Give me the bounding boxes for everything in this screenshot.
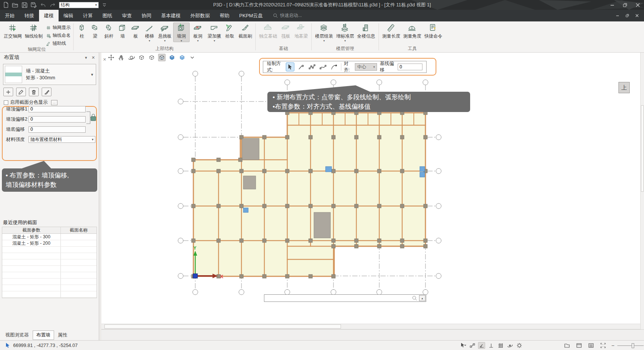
tab-pkpm-cloud[interactable]: PKPM云盘 xyxy=(234,10,268,21)
table-row-empty[interactable] xyxy=(2,253,97,259)
wall-bottom-offset-input[interactable] xyxy=(29,126,86,133)
brace-button[interactable]: 斜杆 xyxy=(102,23,116,39)
section-brush-button[interactable]: 截面刷 xyxy=(237,23,253,39)
align-select[interactable]: 中心 xyxy=(355,63,377,71)
beam-button[interactable]: 梁 xyxy=(89,23,102,39)
table-row-empty[interactable] xyxy=(2,279,97,285)
save-as-icon[interactable] xyxy=(31,2,37,8)
cantilever-slab-button[interactable]: 悬挑板 xyxy=(157,23,173,42)
axis-draw-button[interactable]: 轴线绘制 xyxy=(23,23,44,39)
command-input[interactable] xyxy=(264,295,412,301)
quick-launch[interactable]: 快速启动... xyxy=(273,12,302,19)
line-draw-mode-button[interactable] xyxy=(297,62,305,71)
orbit-icon[interactable] xyxy=(128,54,135,61)
slab-opening-button[interactable]: 板洞 xyxy=(190,23,206,42)
window-layout-icon[interactable] xyxy=(575,342,582,349)
new-layout-icon[interactable] xyxy=(563,342,570,349)
snap-angle-icon[interactable] xyxy=(478,342,485,349)
brush-section-button[interactable] xyxy=(42,88,51,96)
undo-icon[interactable] xyxy=(40,3,46,8)
building-info-button[interactable]: 全楼信息 xyxy=(356,23,377,39)
zoom-out-icon[interactable]: − xyxy=(611,342,614,348)
arc-draw-mode-button[interactable] xyxy=(330,62,338,71)
add-standard-story-button[interactable]: 增标准层 xyxy=(335,23,356,42)
polyline-draw-mode-button[interactable] xyxy=(308,62,316,71)
ortho-grid-button[interactable]: 正交轴网 xyxy=(2,23,23,39)
wall-top-offset1-input[interactable] xyxy=(29,106,86,112)
settings-gear-icon[interactable] xyxy=(516,342,523,349)
wireframe-view-icon[interactable] xyxy=(138,54,145,61)
baseline-offset-input[interactable] xyxy=(398,64,422,70)
table-row-empty[interactable] xyxy=(2,285,97,291)
measure-length-button[interactable]: 测量长度 xyxy=(381,23,402,39)
table-row-empty[interactable] xyxy=(2,266,97,272)
tab-jiben-jianmo[interactable]: 基本建模 xyxy=(156,10,186,21)
doc-minimize-button[interactable] xyxy=(612,12,622,20)
doc-close-button[interactable] xyxy=(632,12,642,20)
maximize-button[interactable] xyxy=(618,0,631,10)
tab-jisuan[interactable]: 计算 xyxy=(78,10,98,21)
hidden-line-view-icon[interactable] xyxy=(148,54,155,61)
tab-waibu-shuju[interactable]: 外部数据 xyxy=(186,10,215,21)
vertical-scrollbar[interactable] xyxy=(640,53,644,329)
delete-section-button[interactable] xyxy=(29,88,39,96)
wall-button[interactable]: 墙 xyxy=(116,23,129,39)
tab-tuzhi[interactable]: 图纸 xyxy=(98,10,117,21)
tab-jianmo[interactable]: 建模 xyxy=(39,10,59,21)
zoom-extents-icon[interactable] xyxy=(107,54,115,61)
close-button[interactable] xyxy=(631,0,644,10)
minimize-button[interactable] xyxy=(606,0,618,10)
tab-kaishi[interactable]: 开始 xyxy=(0,10,20,21)
axis-name-button[interactable]: 轴线命名 xyxy=(46,32,71,39)
shaded-edges-view-icon[interactable] xyxy=(158,54,166,61)
beam-haunch-button[interactable]: 梁加腋 xyxy=(206,23,223,42)
section-selector[interactable]: 墙 - 混凝土 矩形 - 300mm xyxy=(3,64,96,85)
aux-line-button[interactable]: 辅助线 xyxy=(46,40,71,47)
tab-xietong[interactable]: 协同 xyxy=(137,10,156,21)
panel-autohide-icon[interactable] xyxy=(103,57,106,62)
north-orientation-badge[interactable]: 上 xyxy=(618,82,630,93)
orbit-toggle-icon[interactable] xyxy=(506,342,513,349)
point-place-mode-button[interactable] xyxy=(286,62,294,71)
zoom-slider-thumb[interactable] xyxy=(632,343,634,348)
table-row-empty[interactable] xyxy=(2,247,97,253)
curve-draw-mode-button[interactable] xyxy=(319,62,327,71)
more-views-chevron-icon[interactable] xyxy=(189,54,196,61)
table-row-empty[interactable] xyxy=(2,259,97,266)
edit-section-button[interactable] xyxy=(16,88,26,96)
workspace-combo[interactable]: 结构 xyxy=(59,2,99,8)
table-row-empty[interactable] xyxy=(2,272,97,279)
column-button[interactable]: 柱 xyxy=(75,23,89,39)
color-settings-button[interactable] xyxy=(51,100,57,105)
select-mode-icon[interactable] xyxy=(459,342,466,349)
realistic-view-icon[interactable] xyxy=(178,54,186,61)
save-icon[interactable] xyxy=(22,2,27,8)
horizontal-scrollbar[interactable] xyxy=(101,324,640,329)
pan-hand-icon[interactable] xyxy=(118,54,125,61)
open-file-icon[interactable] xyxy=(12,2,18,8)
snap-node-icon[interactable] xyxy=(469,342,476,349)
shortcut-command-button[interactable]: 快捷命令 xyxy=(423,23,444,39)
link-lock-icon[interactable] xyxy=(86,109,97,126)
tab-view-browser[interactable]: 视图浏览器 xyxy=(2,330,33,340)
material-strength-select[interactable]: 随布置楼层材料 xyxy=(29,136,95,143)
tab-zhuanjie[interactable]: 转接 xyxy=(20,10,39,21)
story-assembly-button[interactable]: 楼层组装 xyxy=(314,23,335,42)
wall-opening-button[interactable]: 墙洞 xyxy=(173,23,190,42)
slab-button[interactable]: 板 xyxy=(129,23,142,39)
table-row[interactable]: 混凝土 - 矩形 - 300 xyxy=(2,234,97,240)
list-view-icon[interactable] xyxy=(587,342,594,349)
zoom-slider[interactable] xyxy=(617,345,644,346)
snap-perpendicular-icon[interactable] xyxy=(487,342,495,349)
wall-top-offset2-input[interactable] xyxy=(29,116,86,123)
add-section-button[interactable] xyxy=(3,88,13,96)
color-by-section-checkbox[interactable] xyxy=(4,100,8,105)
customize-toolbar-icon[interactable] xyxy=(102,3,107,7)
tab-bangzhu[interactable]: 帮助 xyxy=(215,10,234,21)
command-expand-button[interactable] xyxy=(419,295,425,301)
tab-place-wall[interactable]: 布置墙 xyxy=(33,330,54,340)
pick-button[interactable]: 拾取 xyxy=(223,23,237,39)
panel-close-icon[interactable] xyxy=(92,55,95,60)
grid-display-button[interactable]: 轴网显示 xyxy=(46,24,71,31)
table-row[interactable]: 混凝土 - 矩形 - 200 xyxy=(2,240,97,247)
